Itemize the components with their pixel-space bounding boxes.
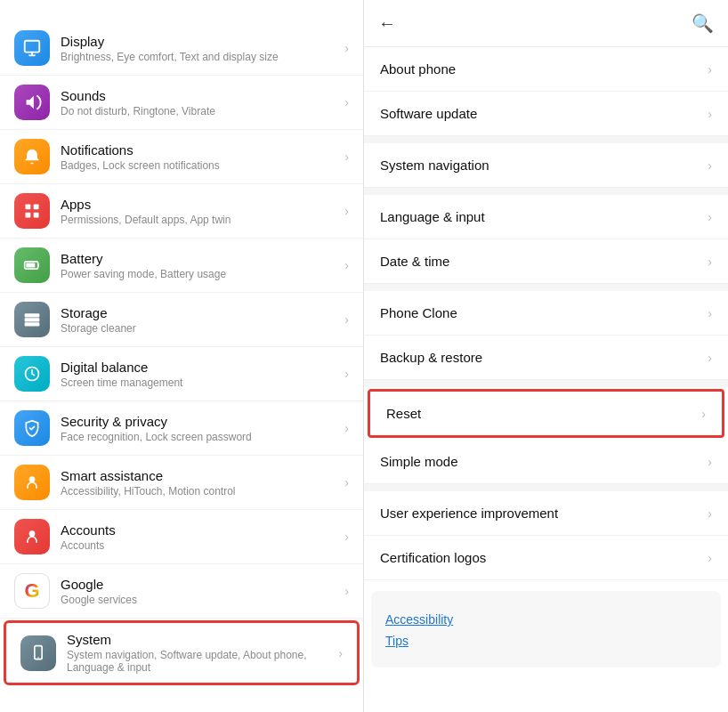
suggestion-link-tips[interactable]: Tips	[385, 634, 707, 648]
settings-item-storage[interactable]: StorageStorage cleaner›	[0, 293, 363, 347]
system-icon	[20, 635, 56, 671]
svg-rect-4	[34, 205, 39, 210]
settings-item-digital[interactable]: Digital balanceScreen time management›	[0, 347, 363, 401]
sounds-title: Sounds	[61, 88, 337, 103]
left-header	[0, 0, 363, 21]
svg-rect-11	[25, 322, 40, 326]
display-chevron-icon: ›	[344, 41, 349, 55]
divider-after-backup-restore	[364, 380, 728, 387]
svg-rect-6	[34, 213, 39, 218]
apps-title: Apps	[61, 197, 337, 212]
storage-text: StorageStorage cleaner	[61, 305, 337, 335]
security-text: Security & privacyFace recognition, Lock…	[61, 414, 337, 443]
svg-rect-5	[26, 213, 31, 218]
svg-rect-0	[25, 41, 40, 53]
settings-item-system[interactable]: SystemSystem navigation, Software update…	[4, 620, 360, 685]
phone-clone-label: Phone Clone	[380, 305, 708, 320]
system-subtitle: System navigation, Software update, Abou…	[67, 649, 331, 674]
display-icon	[14, 30, 50, 66]
digital-title: Digital balance	[61, 360, 337, 375]
settings-item-notifications[interactable]: NotificationsBadges, Lock screen notific…	[0, 130, 363, 184]
svg-point-16	[37, 657, 39, 659]
security-chevron-icon: ›	[344, 421, 349, 435]
system-list: About phone›Software update›System navig…	[364, 47, 728, 580]
settings-item-google[interactable]: GGoogleGoogle services›	[0, 564, 363, 619]
accounts-text: AccountsAccounts	[61, 522, 337, 552]
about-phone-label: About phone	[380, 61, 708, 77]
system-item-about-phone[interactable]: About phone›	[364, 47, 728, 92]
divider-after-system-navigation	[364, 188, 728, 195]
notifications-subtitle: Badges, Lock screen notifications	[61, 159, 337, 172]
settings-item-sounds[interactable]: SoundsDo not disturb, Ringtone, Vibrate›	[0, 76, 363, 130]
google-g-icon: G	[24, 579, 39, 603]
display-subtitle: Brightness, Eye comfort, Text and displa…	[61, 51, 337, 63]
date-time-label: Date & time	[380, 254, 708, 269]
storage-chevron-icon: ›	[344, 312, 349, 327]
settings-item-battery[interactable]: BatteryPower saving mode, Battery usage›	[0, 239, 363, 293]
about-phone-chevron-icon: ›	[708, 62, 712, 77]
settings-item-smart[interactable]: Smart assistanceAccessibility, HiTouch, …	[0, 456, 363, 510]
battery-subtitle: Power saving mode, Battery usage	[61, 268, 337, 280]
system-item-system-navigation[interactable]: System navigation›	[364, 143, 728, 188]
digital-icon	[14, 356, 50, 392]
security-title: Security & privacy	[61, 414, 337, 429]
svg-rect-10	[25, 318, 40, 321]
smart-text: Smart assistanceAccessibility, HiTouch, …	[61, 468, 337, 498]
system-item-date-time[interactable]: Date & time›	[364, 239, 728, 284]
svg-rect-3	[26, 205, 31, 210]
language-input-label: Language & input	[380, 209, 708, 224]
system-item-backup-restore[interactable]: Backup & restore›	[364, 336, 728, 380]
system-item-reset[interactable]: Reset›	[368, 389, 724, 438]
battery-chevron-icon: ›	[344, 258, 349, 272]
smart-subtitle: Accessibility, HiTouch, Motion control	[61, 485, 337, 498]
system-navigation-chevron-icon: ›	[708, 158, 712, 173]
settings-item-apps[interactable]: AppsPermissions, Default apps, App twin›	[0, 184, 363, 239]
search-button[interactable]: 🔍	[692, 12, 714, 34]
accounts-subtitle: Accounts	[61, 539, 337, 552]
notifications-title: Notifications	[61, 142, 337, 158]
google-chevron-icon: ›	[344, 584, 349, 598]
simple-mode-chevron-icon: ›	[708, 455, 712, 469]
accounts-chevron-icon: ›	[344, 530, 349, 544]
system-item-language-input[interactable]: Language & input›	[364, 195, 728, 239]
software-update-chevron-icon: ›	[708, 107, 712, 121]
svg-point-13	[29, 476, 36, 482]
smart-title: Smart assistance	[61, 468, 337, 483]
digital-text: Digital balanceScreen time management	[61, 360, 337, 389]
battery-title: Battery	[61, 251, 337, 266]
digital-subtitle: Screen time management	[61, 376, 337, 389]
system-title: System	[67, 632, 331, 647]
notifications-icon	[14, 139, 50, 174]
system-item-software-update[interactable]: Software update›	[364, 92, 728, 136]
suggestion-link-accessibility[interactable]: Accessibility	[385, 612, 707, 627]
settings-item-accounts[interactable]: AccountsAccounts›	[0, 510, 363, 564]
system-chevron-icon: ›	[338, 646, 343, 660]
right-header: ← 🔍	[364, 0, 728, 47]
system-item-user-experience[interactable]: User experience improvement›	[364, 491, 728, 536]
back-button[interactable]: ←	[378, 13, 396, 34]
system-item-certification[interactable]: Certification logos›	[364, 536, 728, 580]
notifications-text: NotificationsBadges, Lock screen notific…	[61, 142, 337, 172]
smart-icon	[14, 465, 50, 500]
user-experience-chevron-icon: ›	[708, 506, 712, 521]
system-item-simple-mode[interactable]: Simple mode›	[364, 440, 728, 484]
battery-text: BatteryPower saving mode, Battery usage	[61, 251, 337, 280]
settings-item-security[interactable]: Security & privacyFace recognition, Lock…	[0, 401, 363, 456]
phone-clone-chevron-icon: ›	[708, 306, 712, 320]
system-item-phone-clone[interactable]: Phone Clone›	[364, 291, 728, 336]
accounts-title: Accounts	[61, 522, 337, 538]
certification-label: Certification logos	[380, 550, 708, 565]
security-subtitle: Face recognition, Lock screen password	[61, 431, 337, 443]
smart-chevron-icon: ›	[344, 475, 349, 490]
reset-chevron-icon: ›	[701, 407, 706, 421]
divider-after-date-time	[364, 284, 728, 291]
user-experience-label: User experience improvement	[380, 506, 708, 521]
backup-restore-chevron-icon: ›	[708, 351, 712, 365]
settings-item-display[interactable]: DisplayBrightness, Eye comfort, Text and…	[0, 21, 363, 76]
battery-icon	[14, 247, 50, 283]
date-time-chevron-icon: ›	[708, 255, 712, 269]
security-icon	[14, 410, 50, 446]
system-navigation-label: System navigation	[380, 158, 708, 173]
apps-icon	[14, 193, 50, 229]
display-text: DisplayBrightness, Eye comfort, Text and…	[61, 34, 337, 63]
